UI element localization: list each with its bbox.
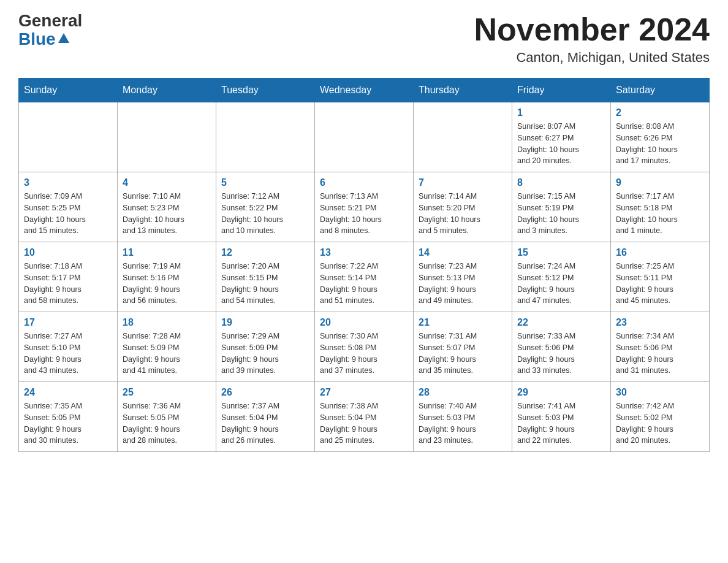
- day-info: Sunrise: 7:10 AM Sunset: 5:23 PM Dayligh…: [123, 191, 211, 237]
- day-info: Sunrise: 7:17 AM Sunset: 5:18 PM Dayligh…: [616, 191, 704, 237]
- week-row-3: 10Sunrise: 7:18 AM Sunset: 5:17 PM Dayli…: [19, 242, 710, 312]
- day-info: Sunrise: 8:08 AM Sunset: 6:26 PM Dayligh…: [616, 121, 704, 167]
- day-number: 21: [419, 317, 507, 328]
- day-info: Sunrise: 7:35 AM Sunset: 5:05 PM Dayligh…: [24, 400, 112, 446]
- calendar-cell: 29Sunrise: 7:41 AM Sunset: 5:03 PM Dayli…: [512, 382, 611, 452]
- day-number: 12: [221, 247, 309, 258]
- day-info: Sunrise: 7:24 AM Sunset: 5:12 PM Dayligh…: [517, 261, 605, 307]
- calendar-table: SundayMondayTuesdayWednesdayThursdayFrid…: [18, 78, 710, 452]
- calendar-cell: 3Sunrise: 7:09 AM Sunset: 5:25 PM Daylig…: [19, 172, 118, 242]
- calendar-cell: 11Sunrise: 7:19 AM Sunset: 5:16 PM Dayli…: [118, 242, 216, 312]
- col-header-sunday: Sunday: [19, 79, 118, 102]
- day-info: Sunrise: 7:09 AM Sunset: 5:25 PM Dayligh…: [24, 191, 112, 237]
- day-number: 19: [221, 317, 309, 328]
- day-number: 7: [419, 177, 507, 188]
- calendar-cell: 9Sunrise: 7:17 AM Sunset: 5:18 PM Daylig…: [611, 172, 710, 242]
- calendar-cell: 14Sunrise: 7:23 AM Sunset: 5:13 PM Dayli…: [414, 242, 512, 312]
- day-number: 1: [517, 107, 605, 118]
- day-info: Sunrise: 7:12 AM Sunset: 5:22 PM Dayligh…: [221, 191, 309, 237]
- calendar-cell: 24Sunrise: 7:35 AM Sunset: 5:05 PM Dayli…: [19, 382, 118, 452]
- calendar-cell: 28Sunrise: 7:40 AM Sunset: 5:03 PM Dayli…: [414, 382, 512, 452]
- calendar-cell: 1Sunrise: 8:07 AM Sunset: 6:27 PM Daylig…: [512, 102, 611, 172]
- svg-marker-0: [58, 33, 69, 43]
- col-header-friday: Friday: [512, 79, 611, 102]
- calendar-cell: 8Sunrise: 7:15 AM Sunset: 5:19 PM Daylig…: [512, 172, 611, 242]
- day-info: Sunrise: 7:15 AM Sunset: 5:19 PM Dayligh…: [517, 191, 605, 237]
- calendar-cell: 6Sunrise: 7:13 AM Sunset: 5:21 PM Daylig…: [315, 172, 414, 242]
- day-info: Sunrise: 7:19 AM Sunset: 5:16 PM Dayligh…: [123, 261, 211, 307]
- logo-triangle-icon: [57, 32, 70, 45]
- day-info: Sunrise: 7:23 AM Sunset: 5:13 PM Dayligh…: [419, 261, 507, 307]
- day-info: Sunrise: 7:38 AM Sunset: 5:04 PM Dayligh…: [320, 400, 408, 446]
- day-info: Sunrise: 7:22 AM Sunset: 5:14 PM Dayligh…: [320, 261, 408, 307]
- day-number: 14: [419, 247, 507, 258]
- calendar-cell: 5Sunrise: 7:12 AM Sunset: 5:22 PM Daylig…: [216, 172, 315, 242]
- day-info: Sunrise: 7:31 AM Sunset: 5:07 PM Dayligh…: [419, 331, 507, 377]
- day-info: Sunrise: 7:34 AM Sunset: 5:06 PM Dayligh…: [616, 331, 704, 377]
- day-info: Sunrise: 7:37 AM Sunset: 5:04 PM Dayligh…: [221, 400, 309, 446]
- day-number: 13: [320, 247, 408, 258]
- day-number: 17: [24, 317, 112, 328]
- calendar-cell: 30Sunrise: 7:42 AM Sunset: 5:02 PM Dayli…: [611, 382, 710, 452]
- day-number: 27: [320, 387, 408, 398]
- calendar-cell: 15Sunrise: 7:24 AM Sunset: 5:12 PM Dayli…: [512, 242, 611, 312]
- calendar-cell: 19Sunrise: 7:29 AM Sunset: 5:09 PM Dayli…: [216, 312, 315, 382]
- day-info: Sunrise: 7:25 AM Sunset: 5:11 PM Dayligh…: [616, 261, 704, 307]
- calendar-cell: 2Sunrise: 8:08 AM Sunset: 6:26 PM Daylig…: [611, 102, 710, 172]
- calendar-cell: [118, 102, 216, 172]
- day-number: 10: [24, 247, 112, 258]
- day-info: Sunrise: 8:07 AM Sunset: 6:27 PM Dayligh…: [517, 121, 605, 167]
- calendar-cell: 16Sunrise: 7:25 AM Sunset: 5:11 PM Dayli…: [611, 242, 710, 312]
- col-header-monday: Monday: [118, 79, 216, 102]
- day-info: Sunrise: 7:40 AM Sunset: 5:03 PM Dayligh…: [419, 400, 507, 446]
- week-row-5: 24Sunrise: 7:35 AM Sunset: 5:05 PM Dayli…: [19, 382, 710, 452]
- calendar-cell: 10Sunrise: 7:18 AM Sunset: 5:17 PM Dayli…: [19, 242, 118, 312]
- day-info: Sunrise: 7:18 AM Sunset: 5:17 PM Dayligh…: [24, 261, 112, 307]
- calendar-cell: [216, 102, 315, 172]
- calendar-cell: 23Sunrise: 7:34 AM Sunset: 5:06 PM Dayli…: [611, 312, 710, 382]
- calendar-cell: 18Sunrise: 7:28 AM Sunset: 5:09 PM Dayli…: [118, 312, 216, 382]
- day-info: Sunrise: 7:36 AM Sunset: 5:05 PM Dayligh…: [123, 400, 211, 446]
- calendar-cell: 13Sunrise: 7:22 AM Sunset: 5:14 PM Dayli…: [315, 242, 414, 312]
- day-number: 16: [616, 247, 704, 258]
- col-header-tuesday: Tuesday: [216, 79, 315, 102]
- day-number: 18: [123, 317, 211, 328]
- week-row-2: 3Sunrise: 7:09 AM Sunset: 5:25 PM Daylig…: [19, 172, 710, 242]
- day-number: 3: [24, 177, 112, 188]
- calendar-cell: 17Sunrise: 7:27 AM Sunset: 5:10 PM Dayli…: [19, 312, 118, 382]
- location-title: Canton, Michigan, United States: [474, 50, 710, 66]
- title-section: November 2024 Canton, Michigan, United S…: [474, 12, 710, 66]
- day-number: 4: [123, 177, 211, 188]
- calendar-cell: 7Sunrise: 7:14 AM Sunset: 5:20 PM Daylig…: [414, 172, 512, 242]
- logo-general-text: General: [18, 12, 82, 29]
- logo: General Blue: [18, 12, 82, 49]
- day-number: 2: [616, 107, 704, 118]
- calendar-cell: 4Sunrise: 7:10 AM Sunset: 5:23 PM Daylig…: [118, 172, 216, 242]
- day-number: 9: [616, 177, 704, 188]
- calendar-cell: 26Sunrise: 7:37 AM Sunset: 5:04 PM Dayli…: [216, 382, 315, 452]
- day-info: Sunrise: 7:42 AM Sunset: 5:02 PM Dayligh…: [616, 400, 704, 446]
- day-info: Sunrise: 7:33 AM Sunset: 5:06 PM Dayligh…: [517, 331, 605, 377]
- month-title: November 2024: [474, 12, 710, 47]
- day-number: 5: [221, 177, 309, 188]
- calendar-cell: [414, 102, 512, 172]
- col-header-thursday: Thursday: [414, 79, 512, 102]
- day-number: 26: [221, 387, 309, 398]
- week-row-4: 17Sunrise: 7:27 AM Sunset: 5:10 PM Dayli…: [19, 312, 710, 382]
- calendar-cell: [315, 102, 414, 172]
- col-header-saturday: Saturday: [611, 79, 710, 102]
- day-number: 28: [419, 387, 507, 398]
- week-row-1: 1Sunrise: 8:07 AM Sunset: 6:27 PM Daylig…: [19, 102, 710, 172]
- day-info: Sunrise: 7:27 AM Sunset: 5:10 PM Dayligh…: [24, 331, 112, 377]
- col-header-wednesday: Wednesday: [315, 79, 414, 102]
- calendar-cell: 27Sunrise: 7:38 AM Sunset: 5:04 PM Dayli…: [315, 382, 414, 452]
- logo-blue-text: Blue: [18, 29, 56, 49]
- day-number: 24: [24, 387, 112, 398]
- calendar-cell: 25Sunrise: 7:36 AM Sunset: 5:05 PM Dayli…: [118, 382, 216, 452]
- day-info: Sunrise: 7:41 AM Sunset: 5:03 PM Dayligh…: [517, 400, 605, 446]
- day-number: 29: [517, 387, 605, 398]
- calendar-header-row: SundayMondayTuesdayWednesdayThursdayFrid…: [19, 79, 710, 102]
- day-number: 6: [320, 177, 408, 188]
- calendar-cell: 20Sunrise: 7:30 AM Sunset: 5:08 PM Dayli…: [315, 312, 414, 382]
- day-info: Sunrise: 7:14 AM Sunset: 5:20 PM Dayligh…: [419, 191, 507, 237]
